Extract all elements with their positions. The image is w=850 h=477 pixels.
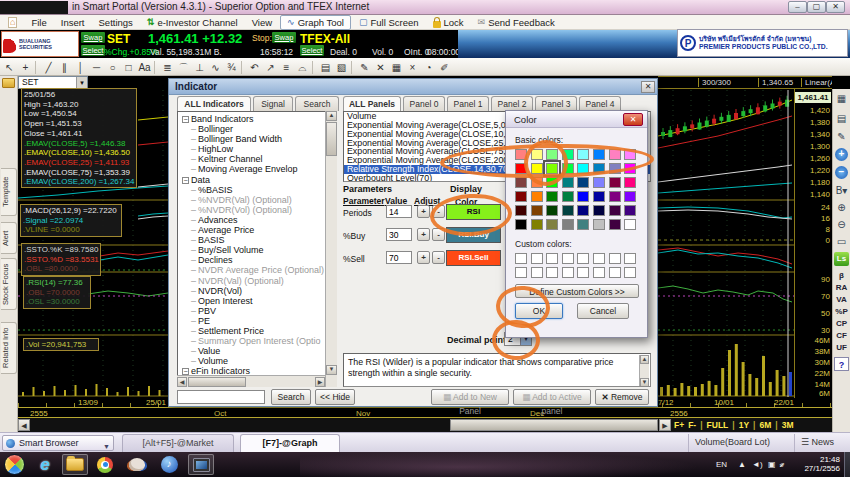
pattern-tool[interactable]: ▤ (318, 60, 333, 75)
color-swatch-ffffff[interactable] (624, 219, 636, 230)
wave-tool[interactable]: ∿ (208, 60, 223, 75)
custom-color-swatch[interactable] (577, 253, 589, 264)
increment-button[interactable]: + (417, 228, 430, 241)
crosshair-tool[interactable]: + (18, 60, 33, 75)
undo-tool[interactable]: ↶ (247, 60, 262, 75)
color-swatch-400040[interactable] (609, 205, 621, 216)
decrement-button[interactable]: - (432, 251, 445, 264)
premier-products-ad[interactable]: P บริษัท พรีเมียร์โพรดักส์ จำกัด (มหาชน)… (677, 29, 848, 57)
tree-item-summary-open-interest-optio[interactable]: Summary Open Interest (Optio (179, 336, 335, 346)
color-dialog-close-icon[interactable]: ✕ (623, 113, 643, 126)
tree-item-moving-average-envelop[interactable]: Moving Average Envelop (179, 164, 335, 174)
fibo-retracement-tool[interactable]: ≣ (160, 60, 175, 75)
smart-browser-button[interactable]: Smart Browser ▼ (2, 435, 114, 451)
show-desktop-button[interactable] (844, 452, 850, 477)
remove-indicator-icon[interactable]: − (835, 166, 848, 179)
minimize-button[interactable]: – (788, 1, 807, 13)
collapse-icon[interactable]: − (182, 177, 189, 184)
indicator-search-input[interactable] (177, 390, 265, 404)
tab-signal[interactable]: Signal (253, 96, 293, 111)
scroll-left-icon[interactable]: ◀ (177, 377, 187, 387)
color-swatch-0000a0[interactable] (593, 191, 605, 202)
color-swatch-400040[interactable] (609, 219, 621, 230)
custom-color-swatch[interactable] (609, 267, 621, 278)
color-swatch-008080[interactable] (562, 177, 574, 188)
tab-search[interactable]: Search (295, 96, 339, 111)
custom-color-swatch[interactable] (624, 253, 636, 264)
volume-board-lot-button[interactable]: Volume(Board Lot) (688, 434, 792, 452)
custom-color-swatch[interactable] (531, 267, 543, 278)
sidebar-tab-template[interactable]: Template (1, 168, 17, 216)
scroll-right-icon[interactable]: ▶ (315, 377, 325, 387)
tree-scroll-thumb[interactable] (326, 122, 337, 156)
color-swatch-004000[interactable] (546, 205, 558, 216)
parameter-value-input[interactable] (386, 228, 412, 241)
taskbar-paint-icon[interactable] (124, 454, 150, 475)
increment-button[interactable]: + (417, 251, 430, 264)
color-swatch-804000[interactable] (531, 205, 543, 216)
folder-icon[interactable] (2, 78, 15, 88)
language-indicator[interactable]: EN (716, 460, 727, 469)
scatter-tool[interactable]: ✕ (373, 60, 388, 75)
percent-tool[interactable]: ¾ (224, 60, 239, 75)
hide-button[interactable]: << Hide (315, 389, 355, 405)
color-swatch-800000[interactable] (515, 191, 527, 202)
tree-item-pbv[interactable]: PBV (179, 306, 335, 316)
color-swatch-800080[interactable] (609, 191, 621, 202)
text-tool[interactable]: Aa (137, 60, 152, 75)
indicator-shortcut-cf[interactable]: CF (834, 330, 849, 341)
tree-item-nvdr-val-optional[interactable]: %NVDR(Val) (Optional) (179, 195, 335, 205)
news-bar-button[interactable]: ☰ News Bar (794, 434, 850, 452)
tab-panel-0[interactable]: Panel 0 (403, 96, 445, 111)
monitor-icon[interactable]: ▭ (834, 235, 849, 249)
color-swatch-ff8000[interactable] (531, 191, 543, 202)
color-swatch-000040[interactable] (593, 205, 605, 216)
tree-item-band-indicators[interactable]: −Band Indicators (179, 114, 335, 124)
tab-market[interactable]: [Alt+F5]-@Market (122, 434, 234, 452)
zoom-out-icon[interactable]: ⊖ (834, 218, 849, 232)
custom-color-swatch[interactable] (546, 253, 558, 264)
tfex-swap-button[interactable]: Swap (272, 32, 296, 43)
menu-item-graph-tool[interactable]: ∿Graph Tool (280, 15, 351, 30)
color-swatch-000080[interactable] (577, 205, 589, 216)
fibo-arc-tool[interactable]: ⌒ (176, 60, 191, 75)
zoom-preset-3m[interactable]: 3M (782, 420, 794, 430)
search-button[interactable]: Search (271, 389, 311, 405)
custom-color-swatch[interactable] (515, 267, 527, 278)
sidebar-tab-alert[interactable]: Alert (1, 222, 17, 254)
indicator-shortcut-p[interactable]: %P (834, 306, 849, 317)
color-swatch-008000[interactable] (546, 191, 558, 202)
menu-item-e-investor-channel[interactable]: ⇅e-Investor Channel (141, 16, 244, 29)
tab-panel-3[interactable]: Panel 3 (535, 96, 577, 111)
indicator-shortcut-cp[interactable]: CP (834, 318, 849, 329)
menu-home-button[interactable]: ⌂ (2, 16, 23, 29)
indicator-shortcut-ra[interactable]: RA (834, 282, 849, 293)
tab-all-indicators[interactable]: ALL Indicators (177, 96, 251, 111)
taskbar-explorer-icon[interactable] (62, 454, 88, 475)
horizontal-line-tool[interactable]: ─ (89, 60, 104, 75)
color-swatch-400080[interactable] (624, 205, 636, 216)
color-button-rsi-sell[interactable]: RSI.Sell (446, 250, 501, 266)
zoom-in-icon[interactable]: ⊕ (834, 201, 849, 215)
tree-item-bollinger-band-width[interactable]: Bollinger Band Width (179, 134, 335, 144)
grid-tool[interactable]: ≡ (279, 60, 294, 75)
template-chart-tool[interactable]: ▦ (389, 60, 404, 75)
color-swatch-808040[interactable] (546, 219, 558, 230)
tree-item-keltner-channel[interactable]: Keltner Channel (179, 154, 335, 164)
indicator-shortcut-[interactable]: β (834, 270, 849, 281)
menu-item-file[interactable]: File (25, 16, 52, 29)
add-to-active-panel-button[interactable]: ▦ Add to Active panel (513, 389, 591, 405)
tree-item-pe[interactable]: PE (179, 316, 335, 326)
parallel-line-tool[interactable]: ∥ (57, 60, 72, 75)
scroll-up-icon[interactable]: ▲ (640, 355, 649, 364)
tree-item-advances[interactable]: Advances (179, 215, 335, 225)
zoom-preset-full[interactable]: FULL (707, 420, 729, 430)
set-swap-button[interactable]: Swap (81, 32, 105, 43)
scroll-down-icon[interactable]: ▼ (326, 365, 337, 375)
color-swatch-000000[interactable] (515, 219, 527, 230)
indicator-shortcut-va[interactable]: VA (834, 294, 849, 305)
dialog-close-icon[interactable]: ✕ (641, 81, 655, 93)
dialog-title-bar[interactable]: Indicator (169, 79, 657, 95)
edit-tools-icon[interactable]: ✎ (834, 130, 849, 144)
tray-icon[interactable]: ▣ (768, 460, 776, 469)
